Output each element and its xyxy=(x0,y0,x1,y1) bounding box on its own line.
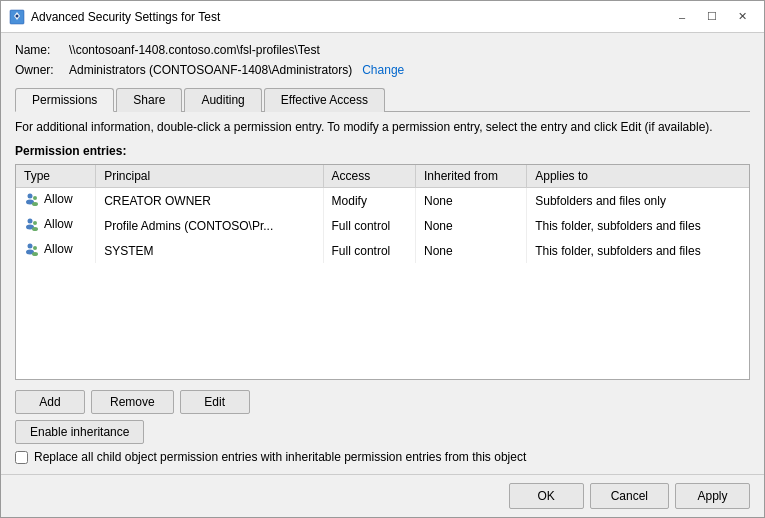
user-icon xyxy=(24,241,40,257)
svg-point-2 xyxy=(28,194,33,199)
cell-type: Allow xyxy=(16,238,96,263)
col-principal: Principal xyxy=(96,165,323,188)
cell-principal: SYSTEM xyxy=(96,238,323,263)
svg-point-1 xyxy=(16,14,19,17)
svg-point-6 xyxy=(28,219,33,224)
cell-inherited-from: None xyxy=(415,188,526,214)
cell-principal: CREATOR OWNER xyxy=(96,188,323,214)
svg-point-9 xyxy=(32,227,38,231)
svg-point-10 xyxy=(28,244,33,249)
main-window: Advanced Security Settings for Test – ☐ … xyxy=(0,0,765,518)
cell-applies-to: This folder, subfolders and files xyxy=(527,238,749,263)
svg-point-13 xyxy=(32,252,38,256)
permissions-table: Type Principal Access Inherited from App… xyxy=(16,165,749,263)
maximize-button[interactable]: ☐ xyxy=(698,7,726,27)
name-label: Name: xyxy=(15,43,65,57)
cell-inherited-from: None xyxy=(415,213,526,238)
cell-type: Allow xyxy=(16,213,96,238)
owner-label: Owner: xyxy=(15,63,65,77)
col-inherited: Inherited from xyxy=(415,165,526,188)
cell-access: Full control xyxy=(323,238,415,263)
cell-inherited-from: None xyxy=(415,238,526,263)
bottom-section: Add Remove Edit Enable inheritance Repla… xyxy=(15,386,750,464)
cancel-button[interactable]: Cancel xyxy=(590,483,669,509)
window-title: Advanced Security Settings for Test xyxy=(31,10,662,24)
cell-type: Allow xyxy=(16,188,96,214)
close-button[interactable]: ✕ xyxy=(728,7,756,27)
cell-applies-to: Subfolders and files only xyxy=(527,188,749,214)
table-row[interactable]: Allow CREATOR OWNER Modify None Subfolde… xyxy=(16,188,749,214)
tab-bar: Permissions Share Auditing Effective Acc… xyxy=(15,87,750,112)
svg-point-8 xyxy=(33,221,37,225)
table-row[interactable]: Allow SYSTEM Full control None This fold… xyxy=(16,238,749,263)
table-row[interactable]: Allow Profile Admins (CONTOSO\Pr... Full… xyxy=(16,213,749,238)
dialog-footer: OK Cancel Apply xyxy=(1,474,764,517)
content-area: Name: \\contosoanf-1408.contoso.com\fsl-… xyxy=(1,33,764,474)
col-access: Access xyxy=(323,165,415,188)
permissions-table-container: Type Principal Access Inherited from App… xyxy=(15,164,750,380)
name-value: \\contosoanf-1408.contoso.com\fsl-profil… xyxy=(69,43,320,57)
replace-checkbox-label: Replace all child object permission entr… xyxy=(34,450,526,464)
add-button[interactable]: Add xyxy=(15,390,85,414)
name-row: Name: \\contosoanf-1408.contoso.com\fsl-… xyxy=(15,43,750,57)
user-icon xyxy=(24,216,40,232)
change-link[interactable]: Change xyxy=(362,63,404,77)
tab-effective-access[interactable]: Effective Access xyxy=(264,88,385,112)
permission-entries-label: Permission entries: xyxy=(15,144,750,158)
svg-point-12 xyxy=(33,246,37,250)
enable-inheritance-button[interactable]: Enable inheritance xyxy=(15,420,144,444)
apply-button[interactable]: Apply xyxy=(675,483,750,509)
replace-checkbox-row: Replace all child object permission entr… xyxy=(15,450,750,464)
info-text: For additional information, double-click… xyxy=(15,120,750,134)
col-type: Type xyxy=(16,165,96,188)
cell-access: Modify xyxy=(323,188,415,214)
cell-access: Full control xyxy=(323,213,415,238)
window-icon xyxy=(9,9,25,25)
ok-button[interactable]: OK xyxy=(509,483,584,509)
cell-principal: Profile Admins (CONTOSO\Pr... xyxy=(96,213,323,238)
tab-permissions[interactable]: Permissions xyxy=(15,88,114,112)
title-bar: Advanced Security Settings for Test – ☐ … xyxy=(1,1,764,33)
edit-button[interactable]: Edit xyxy=(180,390,250,414)
owner-value: Administrators (CONTOSOANF-1408\Administ… xyxy=(69,63,352,77)
owner-row: Owner: Administrators (CONTOSOANF-1408\A… xyxy=(15,63,750,77)
replace-checkbox[interactable] xyxy=(15,451,28,464)
minimize-button[interactable]: – xyxy=(668,7,696,27)
svg-point-4 xyxy=(33,196,37,200)
user-icon xyxy=(24,191,40,207)
window-controls: – ☐ ✕ xyxy=(668,7,756,27)
tab-auditing[interactable]: Auditing xyxy=(184,88,261,112)
remove-button[interactable]: Remove xyxy=(91,390,174,414)
tab-share[interactable]: Share xyxy=(116,88,182,112)
col-applies: Applies to xyxy=(527,165,749,188)
svg-point-5 xyxy=(32,202,38,206)
cell-applies-to: This folder, subfolders and files xyxy=(527,213,749,238)
action-button-row: Add Remove Edit xyxy=(15,390,750,414)
